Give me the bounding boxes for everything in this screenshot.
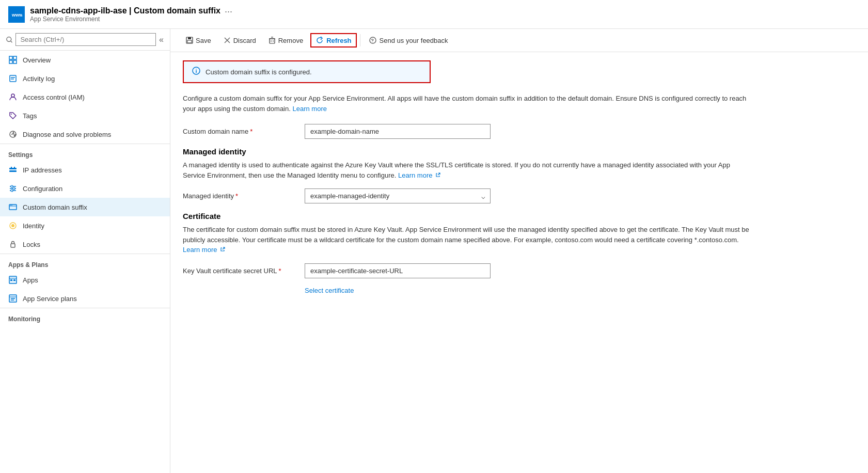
sidebar-item-ip-addresses[interactable]: IP addresses bbox=[0, 161, 170, 179]
required-indicator: * bbox=[250, 128, 252, 135]
key-vault-cert-input[interactable] bbox=[305, 263, 491, 278]
svg-point-26 bbox=[10, 205, 11, 206]
main-content: Save Discard Remove bbox=[170, 29, 868, 473]
svg-point-29 bbox=[11, 224, 14, 227]
sidebar-item-label: Overview bbox=[23, 56, 51, 64]
svg-rect-15 bbox=[9, 170, 17, 172]
sidebar-item-label: App Service plans bbox=[23, 295, 77, 303]
page-subtitle: App Service Environment bbox=[30, 15, 220, 23]
collapse-sidebar-button[interactable]: « bbox=[159, 35, 164, 44]
config-icon bbox=[8, 184, 18, 193]
custom-domain-name-input[interactable] bbox=[305, 124, 491, 139]
sidebar-item-diagnose[interactable]: Diagnose and solve problems bbox=[0, 125, 170, 144]
sidebar-item-label: Apps bbox=[23, 276, 38, 284]
svg-rect-8 bbox=[10, 75, 16, 82]
svg-rect-6 bbox=[9, 60, 12, 64]
sidebar-item-iam[interactable]: Access control (IAM) bbox=[0, 88, 170, 106]
discard-button[interactable]: Discard bbox=[218, 34, 261, 48]
sidebar-item-locks[interactable]: Locks bbox=[0, 235, 170, 254]
svg-line-3 bbox=[11, 41, 12, 42]
sidebar-item-label: IP addresses bbox=[23, 166, 62, 174]
svg-point-2 bbox=[7, 37, 11, 41]
sidebar-item-label: Configuration bbox=[23, 185, 62, 193]
remove-button[interactable]: Remove bbox=[263, 34, 308, 48]
save-button[interactable]: Save bbox=[181, 34, 216, 48]
certificate-learn-more-link[interactable]: Learn more bbox=[183, 246, 225, 254]
toolbar: Save Discard Remove bbox=[170, 29, 868, 52]
sidebar-item-label: Access control (IAM) bbox=[23, 93, 85, 101]
feedback-button[interactable]: Send us your feedback bbox=[364, 33, 453, 48]
svg-point-23 bbox=[11, 190, 13, 192]
managed-identity-section-title: Managed identity bbox=[183, 147, 856, 156]
sidebar-item-overview[interactable]: Overview bbox=[0, 51, 170, 69]
iam-icon bbox=[8, 92, 18, 102]
svg-text:www: www bbox=[11, 12, 22, 18]
toolbar-divider bbox=[360, 34, 360, 46]
apps-icon bbox=[8, 275, 18, 285]
custom-domain-icon bbox=[8, 202, 18, 212]
search-input[interactable] bbox=[15, 33, 156, 46]
svg-point-21 bbox=[11, 185, 13, 187]
sidebar-item-label: Diagnose and solve problems bbox=[23, 131, 111, 138]
apps-plans-section-header: Apps & Plans bbox=[0, 254, 170, 271]
svg-point-22 bbox=[13, 187, 15, 190]
svg-rect-16 bbox=[11, 167, 12, 168]
select-certificate-link[interactable]: Select certificate bbox=[305, 287, 354, 294]
managed-identity-row: Managed identity * example-managed-ident… bbox=[183, 188, 856, 203]
sidebar-item-activity-log[interactable]: Activity log bbox=[0, 69, 170, 88]
sidebar-item-apps[interactable]: Apps bbox=[0, 271, 170, 289]
svg-point-27 bbox=[11, 205, 12, 206]
svg-rect-40 bbox=[188, 37, 191, 39]
sidebar-item-label: Custom domain suffix bbox=[23, 203, 87, 211]
svg-rect-4 bbox=[9, 56, 12, 59]
sidebar-item-configuration[interactable]: Configuration bbox=[0, 179, 170, 198]
learn-more-link[interactable]: Learn more bbox=[292, 105, 326, 113]
svg-point-11 bbox=[11, 94, 14, 97]
page-title: sample-cdns-app-ilb-ase | Custom domain … bbox=[30, 6, 220, 15]
feedback-icon bbox=[369, 36, 377, 44]
locks-icon bbox=[8, 240, 18, 249]
monitoring-section-header: Monitoring bbox=[0, 308, 170, 325]
managed-identity-label: Managed identity * bbox=[183, 192, 296, 200]
more-options-icon[interactable]: ··· bbox=[225, 6, 232, 17]
refresh-button[interactable]: Refresh bbox=[310, 33, 356, 48]
svg-rect-7 bbox=[13, 60, 17, 64]
info-banner-text: Custom domain suffix is configured. bbox=[206, 68, 312, 76]
svg-rect-17 bbox=[14, 167, 15, 168]
sidebar-item-label: Activity log bbox=[23, 75, 55, 83]
diagnose-icon bbox=[8, 130, 18, 139]
search-icon bbox=[6, 36, 12, 43]
refresh-icon bbox=[315, 36, 324, 44]
app-service-plans-icon bbox=[8, 294, 18, 303]
custom-domain-name-row: Custom domain name * bbox=[183, 124, 856, 139]
managed-identity-select-wrapper: example-managed-identity None ⌵ bbox=[305, 188, 491, 203]
sidebar-item-tags[interactable]: Tags bbox=[0, 106, 170, 125]
certificate-description: The certificate for custom domain suffix… bbox=[183, 225, 751, 255]
required-indicator-3: * bbox=[279, 267, 281, 275]
sidebar-item-label: Tags bbox=[23, 112, 37, 120]
page-description: Configure a custom domain suffix for you… bbox=[183, 93, 751, 114]
sidebar: « Overview bbox=[0, 29, 170, 473]
key-vault-cert-row: Key Vault certificate secret URL * bbox=[183, 263, 856, 278]
external-link-icon-2 bbox=[220, 247, 225, 252]
required-indicator-2: * bbox=[235, 192, 238, 200]
sidebar-item-app-service-plans[interactable]: App Service plans bbox=[0, 289, 170, 308]
svg-rect-34 bbox=[13, 279, 15, 281]
settings-section-header: Settings bbox=[0, 144, 170, 161]
svg-rect-41 bbox=[187, 40, 192, 43]
custom-domain-name-label: Custom domain name * bbox=[183, 128, 296, 135]
managed-identity-select[interactable]: example-managed-identity None bbox=[305, 188, 491, 203]
sidebar-item-identity[interactable]: Identity bbox=[0, 216, 170, 235]
svg-point-12 bbox=[11, 114, 12, 115]
svg-rect-44 bbox=[270, 39, 275, 43]
svg-rect-5 bbox=[13, 56, 17, 59]
header-title-group: sample-cdns-app-ilb-ase | Custom domain … bbox=[30, 6, 220, 23]
sidebar-item-custom-domain-suffix[interactable]: Custom domain suffix bbox=[0, 198, 170, 216]
discard-icon bbox=[224, 37, 231, 44]
tags-icon bbox=[8, 111, 18, 120]
info-banner: Custom domain suffix is configured. bbox=[183, 60, 431, 83]
managed-identity-learn-more-link[interactable]: Learn more bbox=[398, 171, 440, 179]
managed-identity-description: A managed identity is used to authentica… bbox=[183, 160, 751, 180]
overview-icon bbox=[8, 55, 18, 65]
sidebar-item-label: Identity bbox=[23, 222, 44, 230]
